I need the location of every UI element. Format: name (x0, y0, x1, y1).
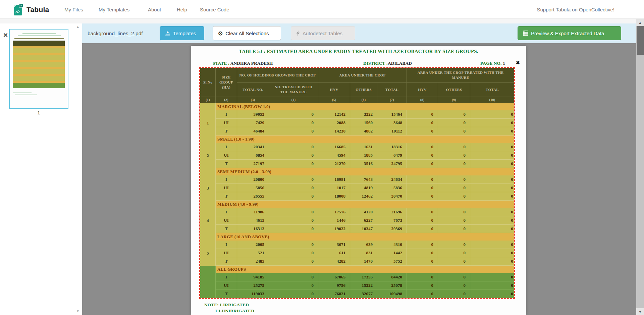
value-cell: 5752 (377, 257, 407, 266)
support-link[interactable]: Support Tabula on OpenCollective! (537, 0, 614, 19)
value-cell: 11986 (237, 208, 269, 216)
value-cell: 0 (470, 216, 514, 225)
sidebar-scroll-up-icon[interactable]: ▲ (76, 25, 79, 29)
value-cell: 76821 (318, 290, 350, 298)
row-label-cell: T (216, 225, 237, 233)
value-cell: 4310 (377, 241, 407, 249)
value-cell: 6854 (237, 151, 269, 160)
row-label-cell: UI (216, 281, 237, 290)
value-cell: 5856 (237, 184, 269, 192)
value-cell: 109498 (377, 290, 407, 298)
value-cell: 0 (407, 184, 438, 192)
sub-header-hyv-1: HYV (318, 83, 350, 97)
nav-item-about[interactable]: About (148, 0, 161, 19)
page-thumbnail[interactable] (9, 29, 68, 109)
value-cell: 0 (438, 151, 470, 160)
remove-page-icon[interactable]: ✕ (3, 32, 8, 38)
row-label-cell: I (216, 110, 237, 119)
autodetect-tables-button[interactable]: Autodetect Tables (291, 26, 355, 40)
sub-header-total-1: TOTAL (377, 83, 407, 97)
value-cell: 3671 (318, 241, 350, 249)
scroll-down-icon[interactable]: ▼ (636, 308, 644, 315)
nav-item-source-code[interactable]: Source Code (200, 0, 229, 19)
value-cell: 1631 (350, 143, 377, 151)
value-cell: 0 (269, 249, 318, 257)
nav-item-help[interactable]: Help (177, 0, 187, 19)
row-label-cell: UI (216, 119, 237, 127)
value-cell: 0 (470, 151, 514, 160)
band-corner-cell (200, 168, 216, 175)
scrollbar-thumb[interactable] (637, 26, 644, 55)
slno-cell: 1 (200, 110, 216, 136)
templates-button-label: Templates (173, 31, 196, 36)
thumb-note-line-2 (15, 95, 37, 95)
value-cell: 0 (470, 257, 514, 266)
value-cell: 14230 (318, 127, 350, 136)
value-cell: 30470 (377, 192, 407, 201)
pdf-viewport: TABLE 5J : ESTIMATED AREA UNDER PADDY TR… (82, 43, 644, 315)
value-cell: 0 (269, 127, 318, 136)
slno-cell: 4 (200, 208, 216, 233)
value-cell: 639 (350, 241, 377, 249)
value-cell: 3648 (377, 119, 407, 127)
templates-button[interactable]: Templates (160, 26, 204, 40)
col-number-2: (2) (216, 97, 237, 103)
value-cell: 0 (269, 216, 318, 225)
value-cell: 0 (407, 119, 438, 127)
value-cell: 2485 (237, 257, 269, 266)
value-cell: 0 (438, 160, 470, 168)
value-cell: 16991 (318, 175, 350, 184)
value-cell: 1560 (350, 119, 377, 127)
value-cell: 0 (407, 290, 438, 298)
value-cell: 19112 (377, 127, 407, 136)
nav-item-my-files[interactable]: My Files (64, 0, 83, 19)
export-button-label: Preview & Export Extracted Data (531, 31, 604, 36)
value-cell: 12142 (318, 110, 350, 119)
band-corner-cell (200, 201, 216, 208)
value-cell: 25078 (377, 281, 407, 290)
brand[interactable]: Tabula (13, 3, 49, 16)
value-cell: 0 (407, 208, 438, 216)
table-body: MARGINAL (BELOW 1.0)1I390530121423322154… (200, 103, 514, 298)
value-cell: 0 (269, 160, 318, 168)
value-cell: 0 (438, 143, 470, 151)
value-cell: 0 (438, 216, 470, 225)
preview-export-button[interactable]: Preview & Export Extracted Data (518, 26, 621, 40)
circled-x-icon: ⊗ (218, 31, 223, 36)
pageno-value: 1 (503, 61, 505, 66)
value-cell: 0 (438, 184, 470, 192)
col-header-area: AREA UNDER THE CROP (318, 68, 407, 83)
value-cell: 0 (470, 241, 514, 249)
sub-header-total-no: TOTAL NO. (237, 83, 269, 97)
main-scrollbar[interactable]: ▲ ▼ (636, 19, 644, 315)
value-cell: 0 (407, 281, 438, 290)
row-label-cell: I (216, 175, 237, 184)
value-cell: 24634 (377, 175, 407, 184)
value-cell: 0 (438, 290, 470, 298)
value-cell: 0 (470, 175, 514, 184)
row-label-cell: I (216, 273, 237, 281)
value-cell: 18316 (377, 143, 407, 151)
value-cell: 0 (269, 208, 318, 216)
thumb-meta-line (14, 38, 64, 39)
nav-item-my-templates[interactable]: My Templates (99, 0, 129, 19)
pageno-label: PAGE NO. (480, 61, 502, 66)
value-cell: 21696 (377, 208, 407, 216)
value-cell: 1470 (350, 257, 377, 266)
value-cell: 0 (269, 184, 318, 192)
clear-all-selections-button[interactable]: ⊗ Clear All Selections (213, 26, 281, 40)
col-number-10: (10) (470, 97, 514, 103)
row-label-cell: UI (216, 151, 237, 160)
sidebar-scroll-down-icon[interactable]: ▼ (76, 309, 79, 313)
value-cell: 0 (438, 225, 470, 233)
scroll-up-icon[interactable]: ▲ (636, 19, 644, 26)
value-cell: 4282 (318, 257, 350, 266)
band-corner-cell (200, 233, 216, 241)
row-label-cell: UI (216, 216, 237, 225)
value-cell: 2005 (237, 241, 269, 249)
value-cell: 4882 (350, 127, 377, 136)
value-cell: 119033 (237, 290, 269, 298)
value-cell: 32677 (350, 290, 377, 298)
value-cell: 7643 (350, 175, 377, 184)
close-selection-icon[interactable]: ✖ (516, 60, 520, 65)
